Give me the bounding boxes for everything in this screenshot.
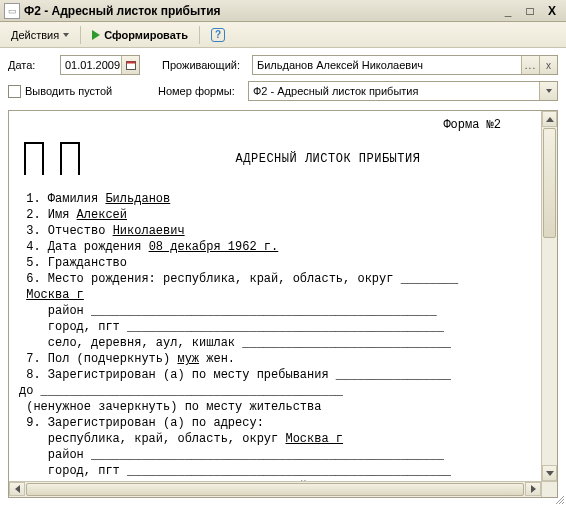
- formno-label: Номер формы:: [158, 85, 244, 97]
- scroll-right-button[interactable]: [525, 482, 541, 496]
- chevron-down-icon: [546, 89, 552, 93]
- toolbar: Действия Сформировать ?: [0, 22, 566, 48]
- resident-field[interactable]: Бильданов Алексей Николаевич ... x: [252, 55, 558, 75]
- empty-checkbox[interactable]: [8, 85, 21, 98]
- form-number: Форма №2: [19, 117, 531, 133]
- titlebar: ▭ Ф2 - Адресный листок прибытия _ □ X: [0, 0, 566, 22]
- date-value: 01.01.2009: [65, 59, 120, 71]
- formno-dropdown-button[interactable]: [539, 82, 557, 100]
- doc-line: 2. Имя Алексей: [19, 207, 531, 223]
- actions-menu[interactable]: Действия: [4, 25, 76, 45]
- scroll-thumb[interactable]: [543, 128, 556, 238]
- window-title: Ф2 - Адресный листок прибытия: [24, 4, 498, 18]
- doc-line: Москва г: [19, 287, 531, 303]
- resident-value: Бильданов Алексей Николаевич: [257, 59, 423, 71]
- form-button[interactable]: Сформировать: [85, 25, 195, 45]
- date-picker-button[interactable]: [121, 56, 139, 74]
- doc-line: 4. Дата рождения 08 декабря 1962 г.: [19, 239, 531, 255]
- doc-line: 8. Зарегистрирован (а) по месту пребыван…: [19, 367, 531, 383]
- toolbar-separator: [80, 26, 81, 44]
- document-title: АДРЕСНЫЙ ЛИСТОК ПРИБЫТИЯ: [125, 137, 531, 167]
- actions-label: Действия: [11, 29, 59, 41]
- maximize-button[interactable]: □: [520, 3, 540, 19]
- toolbar-separator: [199, 26, 200, 44]
- doc-line: 9. Зарегистрирован (а) по адресу:: [19, 415, 531, 431]
- doc-line: город, пгт _____________________________…: [19, 319, 531, 335]
- doc-line: район __________________________________…: [19, 447, 531, 463]
- resident-clear-button[interactable]: x: [539, 56, 557, 74]
- form-area: Дата: 01.01.2009 Проживающий: Бильданов …: [0, 48, 566, 110]
- resident-label: Проживающий:: [162, 59, 248, 71]
- document-body: Форма №2 АДРЕСНЫЙ ЛИСТОК ПРИБЫТИЯ 1. Фам…: [9, 111, 541, 497]
- chevron-down-icon: [63, 33, 69, 37]
- doc-line: 5. Гражданство: [19, 255, 531, 271]
- formno-field[interactable]: Ф2 - Адресный листок прибытия: [248, 81, 558, 101]
- arrow-right-icon: [531, 485, 536, 493]
- app-icon: ▭: [4, 3, 20, 19]
- svg-rect-1: [126, 62, 135, 64]
- vertical-scrollbar[interactable]: [541, 111, 557, 497]
- doc-line: село, деревня, аул, кишлак _____________…: [19, 335, 531, 351]
- doc-line: город, пгт _____________________________…: [19, 463, 531, 479]
- doc-line: 3. Отчество Николаевич: [19, 223, 531, 239]
- date-label: Дата:: [8, 59, 56, 71]
- empty-checkbox-label: Выводить пустой: [25, 85, 112, 97]
- doc-line: район __________________________________…: [19, 303, 531, 319]
- doc-line: республика, край, область, округ Москва …: [19, 431, 531, 447]
- calendar-icon: [126, 60, 136, 70]
- formno-value: Ф2 - Адресный листок прибытия: [253, 85, 418, 97]
- arrow-up-icon: [546, 117, 554, 122]
- doc-line: 6. Место рождения: республика, край, обл…: [19, 271, 531, 287]
- help-icon: ?: [211, 28, 225, 42]
- horizontal-scrollbar[interactable]: [9, 481, 541, 497]
- doc-line: до _____________________________________…: [19, 383, 531, 399]
- doc-line: 7. Пол (подчеркнуть) муж жен.: [19, 351, 531, 367]
- scroll-down-button[interactable]: [542, 465, 557, 481]
- close-button[interactable]: X: [542, 3, 562, 19]
- resident-select-button[interactable]: ...: [521, 56, 539, 74]
- scroll-left-button[interactable]: [9, 482, 25, 496]
- help-button[interactable]: ?: [204, 25, 232, 45]
- scroll-thumb[interactable]: [26, 483, 524, 496]
- document-preview: Форма №2 АДРЕСНЫЙ ЛИСТОК ПРИБЫТИЯ 1. Фам…: [8, 110, 558, 498]
- arrow-down-icon: [546, 471, 554, 476]
- arrow-left-icon: [15, 485, 20, 493]
- doc-line: (ненужное зачеркнуть) по месту жительств…: [19, 399, 531, 415]
- doc-line: 1. Фамилия Бильданов: [19, 191, 531, 207]
- staple-icon: [19, 137, 85, 177]
- resize-grip[interactable]: [554, 494, 564, 504]
- form-label: Сформировать: [104, 29, 188, 41]
- minimize-button[interactable]: _: [498, 3, 518, 19]
- play-icon: [92, 30, 100, 40]
- scroll-up-button[interactable]: [542, 111, 557, 127]
- date-field[interactable]: 01.01.2009: [60, 55, 140, 75]
